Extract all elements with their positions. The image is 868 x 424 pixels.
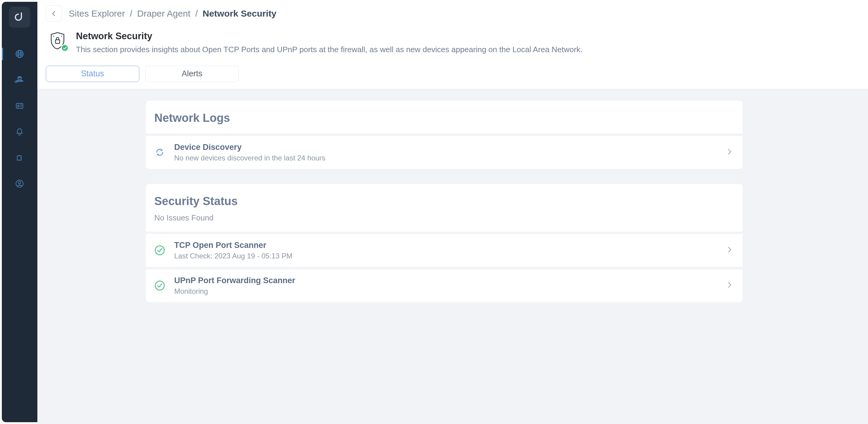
sidebar-item-sites[interactable]	[2, 42, 37, 66]
app-logo[interactable]	[9, 7, 30, 28]
network-logs-card: Network Logs Device Discovery	[146, 101, 743, 169]
breadcrumb-separator: /	[195, 8, 198, 19]
svg-rect-9	[56, 40, 60, 43]
check-circle-icon	[153, 279, 166, 292]
breadcrumb-row: Sites Explorer / Draper Agent / Network …	[46, 5, 860, 22]
svg-point-13	[155, 281, 164, 290]
breadcrumb: Sites Explorer / Draper Agent / Network …	[69, 8, 276, 19]
breadcrumb-sites-explorer[interactable]: Sites Explorer	[69, 8, 125, 19]
page-header: Network Security This section provides i…	[46, 31, 860, 56]
puzzle-icon	[15, 153, 24, 162]
cubes-icon	[15, 75, 24, 85]
chevron-right-icon	[726, 282, 733, 290]
tab-alerts[interactable]: Alerts	[145, 66, 239, 82]
check-circle-icon	[153, 244, 166, 257]
sidebar-item-id[interactable]	[2, 94, 37, 118]
row-title: UPnP Port Forwarding Scanner	[174, 276, 718, 285]
chevron-right-icon	[726, 246, 733, 254]
security-status-card: Security Status No Issues Found TCP Open…	[146, 184, 743, 302]
sidebar-item-alerts[interactable]	[2, 120, 37, 144]
row-tcp-scanner[interactable]: TCP Open Port Scanner Last Check: 2023 A…	[146, 234, 743, 267]
security-status-title: Security Status	[154, 195, 734, 208]
page-description: This section provides insights about Ope…	[76, 44, 583, 56]
breadcrumb-current: Network Security	[203, 8, 276, 19]
content-area[interactable]: Network Logs Device Discovery	[37, 89, 868, 424]
back-button[interactable]	[46, 5, 62, 22]
tabs: Status Alerts	[46, 66, 860, 89]
sidebar-item-account[interactable]	[2, 172, 37, 195]
row-upnp-scanner[interactable]: UPnP Port Forwarding Scanner Monitoring	[146, 269, 743, 302]
svg-point-8	[19, 182, 21, 184]
row-title: TCP Open Port Scanner	[174, 241, 718, 250]
globe-icon	[15, 49, 24, 59]
status-ok-badge	[61, 44, 69, 52]
security-status-subtitle: No Issues Found	[154, 213, 734, 222]
svg-point-10	[53, 36, 54, 36]
page-icon	[48, 31, 67, 51]
check-icon	[63, 46, 67, 50]
sidebar-item-integrations[interactable]	[2, 146, 37, 170]
id-card-icon	[15, 101, 24, 111]
row-title: Device Discovery	[174, 143, 718, 152]
network-logs-title: Network Logs	[154, 112, 734, 125]
scrollbar[interactable]	[861, 2, 867, 422]
main-region: Sites Explorer / Draper Agent / Network …	[37, 0, 868, 424]
row-subtitle: Last Check: 2023 Aug 19 - 05:13 PM	[174, 252, 718, 260]
svg-point-11	[61, 36, 62, 36]
top-region: Sites Explorer / Draper Agent / Network …	[37, 0, 868, 89]
breadcrumb-separator: /	[130, 8, 132, 19]
user-circle-icon	[15, 179, 24, 188]
row-device-discovery[interactable]: Device Discovery No new devices discover…	[146, 136, 743, 169]
sidebar	[2, 2, 37, 422]
breadcrumb-draper-agent[interactable]: Draper Agent	[137, 8, 190, 19]
refresh-icon	[153, 146, 166, 159]
bell-icon	[15, 127, 24, 137]
svg-point-4	[18, 105, 19, 106]
tab-status[interactable]: Status	[46, 66, 139, 82]
row-subtitle: No new devices discovered in the last 24…	[174, 154, 718, 162]
svg-point-12	[155, 246, 164, 255]
svg-rect-3	[16, 103, 23, 108]
page-title: Network Security	[76, 31, 583, 41]
sidebar-item-cubes[interactable]	[2, 68, 37, 92]
row-subtitle: Monitoring	[174, 287, 718, 296]
chevron-left-icon	[51, 10, 57, 17]
chevron-right-icon	[726, 148, 733, 156]
